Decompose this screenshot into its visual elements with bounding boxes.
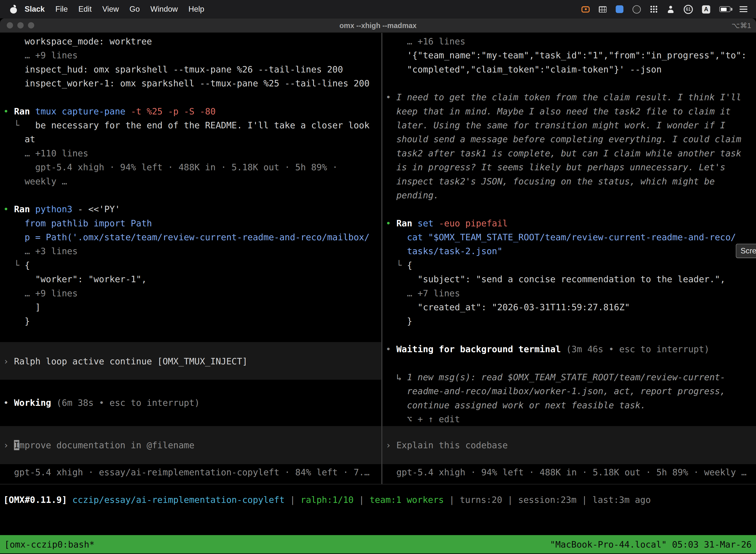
- close-button[interactable]: [7, 22, 13, 28]
- terminal-line: inspect_hud: omx sparkshell --tmux-pane …: [3, 62, 381, 76]
- app-menu-title[interactable]: Slack: [19, 5, 50, 13]
- terminal-line: • I need to get the claim token from the…: [386, 90, 756, 104]
- menubar-menus: FileEditViewGoWindowHelp: [50, 5, 209, 13]
- terminal-line: tasks/task-2.json": [386, 244, 756, 258]
- terminal-line: }: [3, 314, 381, 328]
- terminal-content: workspace_mode: worktree … +9 lines insp…: [0, 33, 756, 553]
- blue-app-icon[interactable]: [616, 5, 623, 13]
- gauge-icon[interactable]: 61: [684, 4, 693, 14]
- menu-go[interactable]: Go: [124, 5, 145, 13]
- left-ralph-band: › Ralph loop active continue [OMX_TMUX_I…: [0, 354, 248, 368]
- screen-record-indicator-icon[interactable]: [581, 6, 589, 12]
- terminal-line: › Explain this codebase: [382, 438, 508, 452]
- terminal-line: • Ran set -euo pipefail: [386, 216, 756, 230]
- tmux-host-clock-label: "MacBook-Pro-44.local" 05:03 31-Mar-26: [550, 539, 752, 549]
- terminal-line: [386, 202, 756, 216]
- menu-help[interactable]: Help: [183, 5, 209, 13]
- apple-menu-icon[interactable]: [10, 4, 17, 14]
- terminal-line: … +110 lines: [3, 146, 381, 160]
- terminal-line: task2 after task1 is complete, but can I…: [386, 146, 756, 160]
- dark-circle-icon[interactable]: [632, 5, 641, 13]
- battery-icon[interactable]: [719, 6, 731, 12]
- terminal-line: └ {: [386, 258, 756, 272]
- input-source-icon[interactable]: A: [702, 5, 710, 13]
- zoom-button[interactable]: [28, 22, 34, 28]
- terminal-line: p = Path('.omx/state/team/review-current…: [3, 230, 381, 244]
- window-controls: [7, 18, 34, 32]
- terminal-line: … +9 lines: [3, 286, 381, 300]
- terminal-line: [386, 328, 756, 342]
- terminal-line: gpt-5.4 xhigh · 94% left · 488K in · 5.1…: [386, 465, 747, 479]
- terminal-line: [386, 76, 756, 90]
- terminal-line: at: [3, 132, 381, 146]
- menu-edit[interactable]: Edit: [73, 5, 97, 13]
- terminal-line: gpt-5.4 xhigh · 94% left · 488K in · 5.1…: [3, 160, 381, 174]
- menubar-status-icons: 61A: [581, 4, 749, 14]
- terminal-line: readme-and-reco/mailbox/worker-1.json, a…: [386, 384, 756, 398]
- terminal-line: • Waiting for background terminal (3m 46…: [386, 342, 756, 356]
- terminal-line: [OMX#0.11.9] cczip/essay/ai-reimplementa…: [3, 493, 756, 507]
- terminal-window: omx --xhigh --madmax ⌥⌘1 workspace_mode:…: [0, 18, 756, 554]
- terminal-line: from pathlib import Path: [3, 216, 381, 230]
- terminal-line: • Ran python3 - <<'PY': [3, 202, 381, 216]
- tmux-panes: workspace_mode: worktree … +9 lines insp…: [0, 33, 756, 484]
- hud-line: [OMX#0.11.9] cczip/essay/ai-reimplementa…: [3, 493, 756, 507]
- menu-bar: Slack FileEditViewGoWindowHelp 61A: [0, 0, 756, 18]
- terminal-line: • Ran tmux capture-pane -t %25 -p -S -80: [3, 104, 381, 118]
- terminal-line: ⌥ + ↑ edit: [386, 412, 756, 426]
- terminal-line: ]: [3, 300, 381, 314]
- right-composer: › Explain this codebase: [382, 438, 508, 452]
- tmux-status-bar: [omx-cczip0:bash* "MacBook-Pro-44.local"…: [0, 535, 756, 554]
- left-composer-input[interactable]: › Improve documentation in @filename: [0, 426, 381, 464]
- left-composer: › Improve documentation in @filename: [0, 438, 194, 452]
- terminal-line: keep that in mind. Maybe I also need the…: [386, 104, 756, 118]
- window-shortcut-hint: ⌥⌘1: [732, 18, 751, 32]
- left-status: gpt-5.4 xhigh · essay/ai-reimplementatio…: [3, 465, 370, 479]
- hud-status-pane: [OMX#0.11.9] cczip/essay/ai-reimplementa…: [3, 493, 756, 507]
- terminal-line: inspect task2's JSON, focusing on the st…: [386, 174, 756, 188]
- terminal-line: "created_at": "2026-03-31T11:59:27.816Z": [386, 300, 756, 314]
- window-title: omx --xhigh --madmax: [0, 21, 756, 30]
- terminal-pane-right[interactable]: … +16 lines '{"team_name":"my-team","tas…: [382, 33, 756, 484]
- input-source-icon-label: A: [704, 6, 708, 12]
- terminal-line: "worker": "worker-1",: [3, 272, 381, 286]
- terminal-line: weekly …: [3, 174, 381, 188]
- left-inject-band: › Ralph loop active continue [OMX_TMUX_I…: [0, 342, 381, 380]
- terminal-line: later. Using the same for transition mig…: [386, 118, 756, 132]
- screen-share-overlay[interactable]: Scre: [736, 244, 756, 258]
- terminal-line: inspect_worker-1: omx sparkshell --tmux-…: [3, 76, 381, 90]
- terminal-line: └ be necessary for the end of the README…: [3, 118, 381, 132]
- left-working-line: • Working (6m 38s • esc to interrupt): [3, 396, 200, 409]
- person-icon[interactable]: [667, 5, 674, 13]
- terminal-pane-left[interactable]: workspace_mode: worktree … +9 lines insp…: [0, 33, 381, 484]
- terminal-line: '{"team_name":"my-team","task_id":"1","f…: [386, 48, 756, 62]
- terminal-line: … +9 lines: [3, 48, 381, 62]
- terminal-line: … +16 lines: [386, 34, 756, 48]
- right-status: gpt-5.4 xhigh · 94% left · 488K in · 5.1…: [386, 465, 747, 479]
- left-pane-content: workspace_mode: worktree … +9 lines insp…: [3, 34, 381, 328]
- terminal-line: … +3 lines: [3, 244, 381, 258]
- terminal-line: › Improve documentation in @filename: [0, 438, 194, 452]
- menu-window[interactable]: Window: [145, 5, 183, 13]
- tmux-session-label: [omx-cczip0:bash*: [4, 539, 94, 549]
- menu-view[interactable]: View: [97, 5, 124, 13]
- terminal-line: pending.: [386, 188, 756, 202]
- menu-lines-icon[interactable]: [740, 6, 747, 12]
- terminal-line: [3, 188, 381, 202]
- terminal-line: should send a message before completing …: [386, 132, 756, 146]
- right-pane-content: … +16 lines '{"team_name":"my-team","tas…: [386, 34, 756, 426]
- window-titlebar[interactable]: omx --xhigh --madmax ⌥⌘1: [0, 18, 756, 33]
- terminal-line: [386, 356, 756, 370]
- terminal-line: [3, 90, 381, 104]
- terminal-line: gpt-5.4 xhigh · essay/ai-reimplementatio…: [3, 465, 370, 479]
- grid-icon[interactable]: [599, 6, 607, 12]
- minimize-button[interactable]: [17, 22, 23, 28]
- gauge-icon-label: 61: [686, 7, 691, 11]
- terminal-line: "completed","claim_token":"claim-token"}…: [386, 62, 756, 76]
- menu-file[interactable]: File: [50, 5, 73, 13]
- right-composer-input[interactable]: › Explain this codebase: [382, 426, 756, 464]
- terminal-line: is in progress? It seems likely but perh…: [386, 160, 756, 174]
- terminal-line: … +7 lines: [386, 286, 756, 300]
- terminal-line: ↳ 1 new msg(s): read $OMX_TEAM_STATE_ROO…: [386, 370, 756, 384]
- dots-grid-icon[interactable]: [650, 5, 657, 13]
